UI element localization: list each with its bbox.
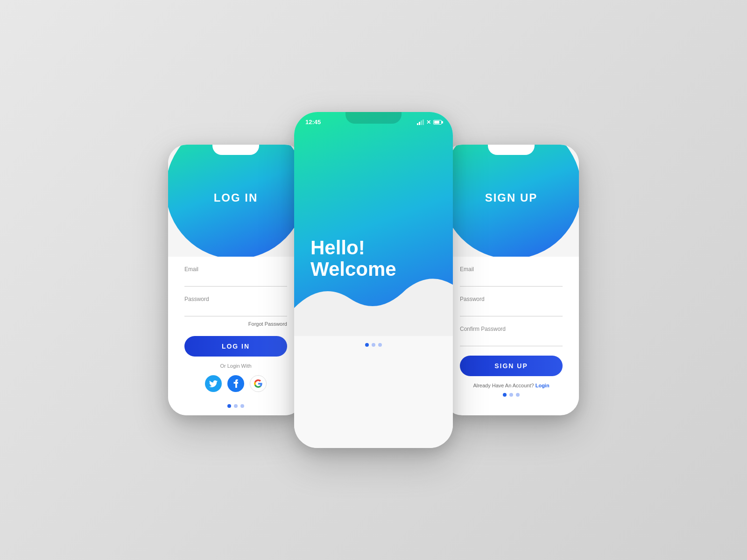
email-input[interactable] bbox=[184, 275, 287, 287]
signup-email-input[interactable] bbox=[460, 275, 563, 287]
login-body: Email Password Forgot Password LOG IN Or… bbox=[168, 257, 303, 415]
signup-password-input[interactable] bbox=[460, 305, 563, 316]
signup-phone: SIGN UP Email Password Confirm Password … bbox=[444, 145, 579, 415]
signup-email-group: Email bbox=[460, 266, 563, 287]
center-dot-1 bbox=[365, 343, 369, 347]
signal-icon bbox=[417, 119, 424, 125]
login-title: LOG IN bbox=[168, 191, 303, 204]
login-phone: LOG IN Email Password Forgot Password LO… bbox=[168, 145, 303, 415]
email-label: Email bbox=[184, 266, 287, 273]
center-dot-2 bbox=[372, 343, 375, 347]
notch-center bbox=[345, 112, 402, 124]
forgot-password[interactable]: Forgot Password bbox=[184, 321, 287, 327]
already-account-text: Already Have An Account? Login bbox=[460, 383, 563, 388]
signup-dot-3 bbox=[516, 393, 520, 397]
hello-line: Hello! Welcome bbox=[310, 237, 396, 280]
social-icons bbox=[184, 375, 287, 392]
dot-1 bbox=[227, 404, 231, 408]
signup-password-group: Password bbox=[460, 296, 563, 316]
signup-title: SIGN UP bbox=[444, 191, 579, 204]
signup-body: Email Password Confirm Password SIGN UP … bbox=[444, 257, 579, 408]
confirm-password-input[interactable] bbox=[460, 335, 563, 346]
center-body bbox=[294, 336, 453, 448]
welcome-text: Hello! Welcome bbox=[310, 237, 396, 280]
center-phone: 12:45 ✕ Hello! Welcome bbox=[294, 112, 453, 448]
center-dot-3 bbox=[378, 343, 382, 347]
twitter-icon[interactable] bbox=[205, 375, 222, 392]
confirm-password-group: Confirm Password bbox=[460, 326, 563, 346]
google-icon[interactable] bbox=[250, 375, 267, 392]
wifi-off-icon: ✕ bbox=[426, 119, 431, 126]
signup-email-label: Email bbox=[460, 266, 563, 273]
signup-dot-2 bbox=[509, 393, 513, 397]
signup-pagination bbox=[460, 388, 563, 399]
status-icons: ✕ bbox=[417, 119, 442, 126]
facebook-icon[interactable] bbox=[227, 375, 244, 392]
signup-button[interactable]: SIGN UP bbox=[460, 356, 563, 376]
password-label: Password bbox=[184, 296, 287, 302]
status-time: 12:45 bbox=[305, 119, 321, 126]
dot-2 bbox=[234, 404, 238, 408]
password-input[interactable] bbox=[184, 305, 287, 316]
wave-shape bbox=[294, 271, 453, 336]
or-login-text: Or Login With bbox=[184, 363, 287, 369]
password-field-group: Password bbox=[184, 296, 287, 316]
login-button[interactable]: LOG IN bbox=[184, 336, 287, 357]
signup-dot-1 bbox=[503, 393, 507, 397]
notch-left bbox=[212, 145, 259, 155]
battery-icon bbox=[433, 120, 442, 125]
login-pagination bbox=[184, 399, 287, 410]
center-pagination bbox=[308, 336, 439, 347]
notch-right bbox=[488, 145, 535, 155]
email-field-group: Email bbox=[184, 266, 287, 287]
center-header: 12:45 ✕ Hello! Welcome bbox=[294, 112, 453, 336]
signup-password-label: Password bbox=[460, 296, 563, 302]
phones-container: LOG IN Email Password Forgot Password LO… bbox=[168, 112, 579, 448]
confirm-password-label: Confirm Password bbox=[460, 326, 563, 332]
dot-3 bbox=[240, 404, 244, 408]
login-link[interactable]: Login bbox=[536, 383, 550, 388]
